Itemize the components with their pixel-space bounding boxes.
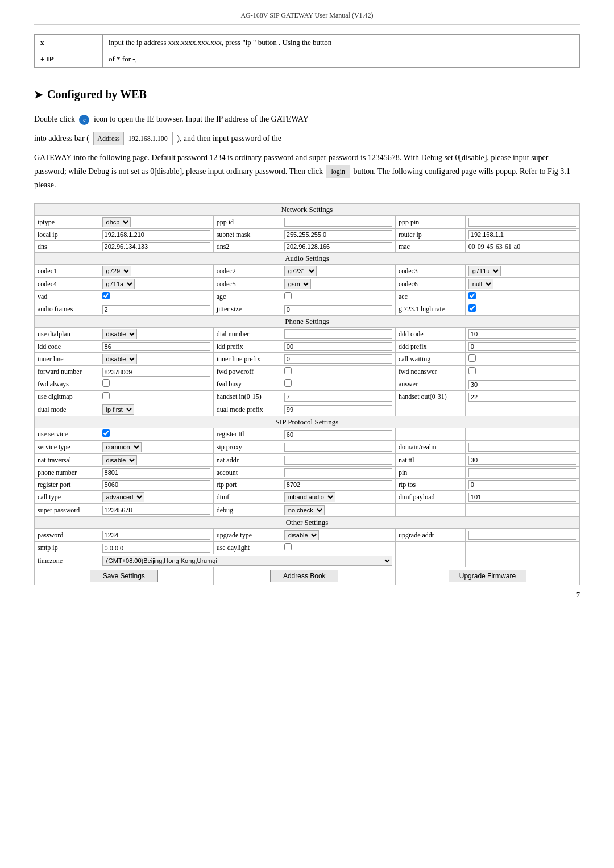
answer-input[interactable]: [468, 380, 576, 389]
daylight-checkbox[interactable]: [284, 543, 292, 550]
subnetmask-input[interactable]: [284, 230, 392, 239]
table-row: idd code idd prefix ddd prefix: [35, 341, 580, 353]
handsetout-input[interactable]: [468, 393, 576, 402]
phonenumber-input[interactable]: [102, 468, 210, 477]
table-row: use digitmap handset in(0-15) handset ou…: [35, 391, 580, 403]
audioframes-input[interactable]: [102, 305, 210, 314]
dddprefix-input[interactable]: [468, 342, 576, 351]
dns-input[interactable]: [102, 242, 210, 251]
table-row: password upgrade type disable upgrade ad…: [35, 529, 580, 542]
save-settings-button[interactable]: Save Settings: [90, 570, 158, 582]
table-row: local ip subnet mask router ip: [35, 229, 580, 241]
intro-text-1: input the ip address xxx.xxxx.xxx.xxx, p…: [103, 35, 580, 51]
fwdbusy-checkbox[interactable]: [284, 379, 292, 387]
calltype-select[interactable]: advanced: [102, 492, 144, 502]
fwdalways-checkbox[interactable]: [102, 379, 110, 387]
address-value: 192.168.1.100: [124, 132, 172, 145]
iddcode-input[interactable]: [102, 342, 210, 351]
servicetype-select[interactable]: common: [102, 442, 142, 452]
g7231highrate-checkbox[interactable]: [468, 304, 476, 312]
natttl-input[interactable]: [468, 456, 576, 465]
settings-table: Network Settings iptype dhcp ppp id ppp …: [34, 203, 580, 585]
upgradetype-select[interactable]: disable: [284, 530, 319, 540]
dialnumber-input[interactable]: [284, 329, 392, 339]
registerttl-input[interactable]: [284, 430, 392, 439]
domainrealm-input[interactable]: [468, 443, 576, 452]
ppppin-input[interactable]: [468, 218, 576, 227]
table-row: service type common sip proxy domain/rea…: [35, 441, 580, 454]
nattraversal-select[interactable]: disable: [102, 455, 137, 465]
sipproxy-input[interactable]: [284, 443, 392, 452]
other-section-label: Other Settings: [35, 517, 580, 529]
codec5-select[interactable]: gsm: [284, 279, 311, 289]
dualmode-select[interactable]: ip first: [102, 404, 134, 415]
vad-checkbox[interactable]: [102, 292, 110, 299]
rtptos-input[interactable]: [468, 480, 576, 489]
upgrade-firmware-button[interactable]: Upgrade Firmware: [449, 570, 526, 582]
innerline-select[interactable]: disable: [102, 354, 137, 364]
codec6-select[interactable]: null: [468, 279, 493, 289]
fwdnumber-input[interactable]: [102, 368, 210, 377]
codec4-select[interactable]: g711a: [102, 279, 135, 289]
dtmf-select[interactable]: inband audio: [284, 492, 335, 502]
table-row: inner line disable inner line prefix cal…: [35, 353, 580, 366]
icon-ip-cell: + IP: [35, 51, 103, 68]
audio-section-row: Audio Settings: [35, 253, 580, 265]
codec1-select[interactable]: g729: [102, 266, 131, 276]
smtpip-input[interactable]: [102, 544, 210, 553]
localip-input[interactable]: [102, 230, 210, 239]
body-para-3: GATEWAY into the following page. Default…: [34, 151, 580, 192]
section-heading: Configured by WEB: [34, 88, 580, 101]
fwdpoweroff-checkbox[interactable]: [284, 367, 292, 374]
routerip-input[interactable]: [468, 230, 576, 239]
debug-select[interactable]: no check: [284, 505, 325, 515]
table-row: use dialplan disable dial number ddd cod…: [35, 328, 580, 341]
network-section-row: Network Settings: [35, 204, 580, 216]
pppid-input[interactable]: [284, 218, 392, 227]
table-row: phone number account pin: [35, 467, 580, 479]
digitmap-checkbox[interactable]: [102, 392, 110, 399]
agc-checkbox[interactable]: [284, 292, 292, 299]
dtmfpayload-input[interactable]: [468, 493, 576, 502]
table-row: codec1 g729 codec2 g7231 codec3 g711u: [35, 265, 580, 278]
login-button[interactable]: login: [326, 165, 350, 178]
dialplan-select[interactable]: disable: [102, 329, 137, 339]
fwdnoanswer-checkbox[interactable]: [468, 367, 476, 374]
account-input[interactable]: [284, 468, 392, 477]
registerport-input[interactable]: [102, 480, 210, 489]
page-number: 7: [34, 591, 580, 599]
header-title: AG-168V SIP GATEWAY User Manual (V1.42): [240, 11, 373, 19]
codec2-select[interactable]: g7231: [284, 266, 317, 276]
table-row: fwd always fwd busy answer: [35, 378, 580, 391]
iddprefix-input[interactable]: [284, 342, 392, 351]
address-book-button[interactable]: Address Book: [270, 570, 338, 582]
nataddr-input[interactable]: [284, 456, 392, 465]
pin-input[interactable]: [468, 468, 576, 477]
sip-section-row: SIP Protocol Settings: [35, 416, 580, 428]
rtpport-input[interactable]: [284, 480, 392, 489]
upgradeaddr-input[interactable]: [468, 531, 576, 540]
dualmodeprefix-input[interactable]: [284, 405, 392, 414]
iptype-select[interactable]: dhcp: [102, 217, 131, 227]
phone-section-label: Phone Settings: [35, 316, 580, 328]
table-row: super password debug no check: [35, 504, 580, 517]
dddcode-input[interactable]: [468, 329, 576, 339]
innerlineprefix-input[interactable]: [284, 354, 392, 364]
table-row: forward number fwd poweroff fwd noanswer: [35, 366, 580, 378]
table-row: dual mode ip first dual mode prefix: [35, 403, 580, 416]
timezone-select[interactable]: (GMT+08:00)Beijing,Hong Kong,Urumqi: [102, 556, 392, 566]
handsetin-input[interactable]: [284, 393, 392, 402]
jittersize-input[interactable]: [284, 305, 392, 314]
intro-text-2: of * for -,: [103, 51, 580, 68]
callwaiting-checkbox[interactable]: [468, 354, 476, 362]
useservice-checkbox[interactable]: [102, 429, 110, 437]
superpassword-input[interactable]: [102, 506, 210, 515]
phone-section-row: Phone Settings: [35, 316, 580, 328]
password-input[interactable]: [102, 531, 210, 540]
dns2-input[interactable]: [284, 242, 392, 251]
aec-checkbox[interactable]: [468, 292, 476, 299]
table-row: nat traversal disable nat addr nat ttl: [35, 454, 580, 467]
codec3-select[interactable]: g711u: [468, 266, 501, 276]
audio-section-label: Audio Settings: [35, 253, 580, 265]
ip-icon-label: + IP: [40, 55, 54, 63]
